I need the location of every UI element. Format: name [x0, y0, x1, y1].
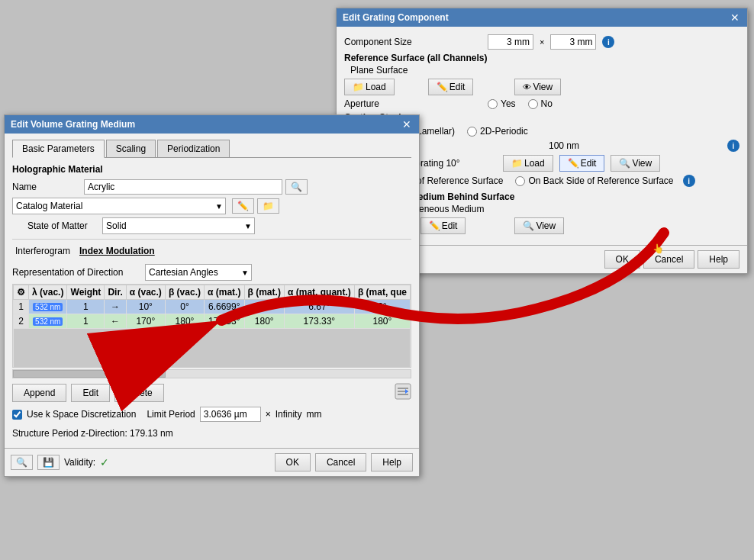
- volume-search-button[interactable]: 🔍: [11, 455, 33, 470]
- volume-tabs: Basic Parameters Scaling Periodization: [12, 140, 411, 158]
- aperture-no-option[interactable]: No: [528, 98, 553, 109]
- grating-2d-radio[interactable]: [467, 127, 477, 137]
- view-angular-button[interactable]: 🔍 View: [611, 155, 660, 172]
- structure-period-label: Structure Period z-Direction:: [12, 428, 127, 439]
- state-dropdown[interactable]: Solid: [102, 217, 255, 234]
- view-homogeneous-button[interactable]: 🔍 View: [514, 217, 564, 234]
- load-angular-button[interactable]: 📁 Load: [503, 155, 553, 172]
- row2-alpha-vac: 170°: [126, 314, 165, 329]
- row2-num: 2: [14, 314, 29, 329]
- import-icon: [395, 383, 411, 402]
- volume-titlebar: Edit Volume Grating Medium ✕: [5, 115, 419, 134]
- subtab-interferogram[interactable]: Interferogram: [12, 244, 73, 258]
- col-alpha-vac: α (vac.): [126, 285, 165, 300]
- component-size-info-icon[interactable]: i: [602, 36, 614, 48]
- eye-icon: 👁: [523, 82, 531, 92]
- back-side-option[interactable]: On Back Side of Reference Surface: [515, 175, 673, 186]
- grating-titlebar: Edit Grating Component ✕: [337, 8, 747, 27]
- edit-button[interactable]: Edit: [71, 384, 110, 402]
- aperture-no-radio[interactable]: [528, 99, 538, 109]
- col-alpha-mat: α (mat.): [205, 285, 244, 300]
- tab-periodization[interactable]: Periodization: [157, 140, 230, 157]
- folder-icon: 📁: [353, 82, 364, 92]
- col-lambda: λ (vac.): [29, 285, 67, 300]
- col-beta-mat: β (mat.): [244, 285, 284, 300]
- aperture-yes-radio[interactable]: [488, 99, 498, 109]
- sub-tabs: Interferogram Index Modulation: [12, 244, 411, 258]
- aperture-yes-option[interactable]: Yes: [488, 98, 516, 109]
- pencil-icon: ✏️: [437, 82, 448, 92]
- aperture-label: Aperture: [344, 98, 482, 109]
- volume-save-button[interactable]: 💾: [37, 455, 60, 470]
- tab-scaling[interactable]: Scaling: [106, 140, 156, 157]
- row2-dir: ←: [105, 314, 126, 329]
- structure-period-row: Structure Period z-Direction: 179.13 nm: [12, 425, 411, 442]
- name-search-button[interactable]: 🔍: [285, 179, 308, 195]
- row1-num: 1: [14, 300, 29, 314]
- name-input[interactable]: [84, 179, 282, 195]
- grating-period-info-icon[interactable]: i: [727, 140, 740, 152]
- edit-homogeneous-button[interactable]: ✏️ Edit: [420, 217, 466, 234]
- reference-surface-section: Reference Surface (all Channels) Plane S…: [344, 53, 740, 95]
- pencil3-icon: ✏️: [429, 220, 440, 231]
- volume-close-button[interactable]: ✕: [401, 118, 413, 130]
- aperture-yes-label: Yes: [501, 98, 516, 109]
- row1-beta-mat: 0°: [244, 300, 284, 314]
- catalog-material-dropdown[interactable]: Catalog Material: [12, 198, 226, 214]
- interferogram-table-container: ⚙ λ (vac.) Weight Dir. α (vac.) β (vac.)…: [12, 284, 411, 368]
- row1-alpha-vac: 10°: [126, 300, 165, 314]
- volume-dialog: Edit Volume Grating Medium ✕ Basic Param…: [4, 114, 420, 477]
- grating-cancel-button[interactable]: Cancel: [643, 250, 694, 269]
- k-space-checkbox[interactable]: [12, 410, 22, 420]
- aperture-row: Aperture Yes No: [344, 98, 740, 109]
- limit-period-input[interactable]: [200, 407, 261, 422]
- grating-2d-option[interactable]: 2D-Periodic: [467, 126, 528, 137]
- grating-2d-label: 2D-Periodic: [480, 126, 528, 137]
- col-beta-mat-q: β (mat, que: [354, 285, 410, 300]
- edit-reference-button[interactable]: ✏️ Edit: [428, 79, 474, 95]
- representation-dropdown[interactable]: Cartesian Angles: [145, 264, 252, 281]
- component-size-h-input[interactable]: [550, 34, 596, 50]
- catalog-row: Catalog Material ▼ ✏️ 📁: [12, 198, 411, 214]
- volume-ok-button[interactable]: OK: [275, 453, 311, 471]
- grating-help-button[interactable]: Help: [698, 250, 740, 269]
- representation-label: Representation of Direction: [12, 267, 142, 278]
- component-size-row: Component Size × i: [344, 34, 740, 50]
- catalog-folder-button[interactable]: 📁: [257, 198, 279, 214]
- interferogram-table: ⚙ λ (vac.) Weight Dir. α (vac.) β (vac.)…: [13, 285, 411, 368]
- edit-angular-button[interactable]: ✏️ Edit: [559, 155, 605, 172]
- component-size-label: Component Size: [344, 37, 482, 47]
- infinity-unit: mm: [306, 409, 321, 420]
- table-hscroll[interactable]: [12, 369, 411, 378]
- subtab-index-modulation[interactable]: Index Modulation: [76, 244, 158, 258]
- volume-help-button[interactable]: Help: [371, 453, 413, 471]
- pencil2-icon: ✏️: [568, 158, 579, 169]
- side-info-icon[interactable]: i: [683, 175, 695, 187]
- col-gear: ⚙: [14, 285, 29, 300]
- limit-period-label: Limit Period: [147, 409, 195, 420]
- col-beta-vac: β (vac.): [165, 285, 204, 300]
- grating-close-button[interactable]: ✕: [729, 11, 741, 24]
- load-reference-button[interactable]: 📁 Load: [344, 79, 395, 95]
- catalog-edit-button[interactable]: ✏️: [232, 198, 254, 214]
- plane-surface-text: Plane Surface: [350, 65, 740, 76]
- delete-button[interactable]: Delete: [114, 384, 164, 402]
- holographic-material-label: Holographic Material: [12, 164, 411, 175]
- table-row[interactable]: 2 532 nm 1 ← 170° 180° 173.33° 180° 173.…: [14, 314, 411, 329]
- volume-cancel-button[interactable]: Cancel: [315, 453, 366, 471]
- tab-basic-parameters[interactable]: Basic Parameters: [12, 140, 105, 158]
- representation-row: Representation of Direction Cartesian An…: [12, 264, 411, 281]
- reference-surface-label: Reference Surface (all Channels): [344, 53, 740, 63]
- view-reference-button[interactable]: 👁 View: [514, 79, 561, 95]
- row2-beta-mat: 180°: [244, 314, 284, 329]
- col-weight: Weight: [67, 285, 105, 300]
- grating-ok-button[interactable]: OK: [604, 250, 640, 269]
- table-row[interactable]: 1 532 nm 1 → 10° 0° 6.6699° 0° 6.67° 0°: [14, 300, 411, 314]
- component-size-w-input[interactable]: [488, 34, 533, 50]
- limit-x-symbol: ×: [266, 409, 271, 420]
- k-space-row: Use k Space Discretization Limit Period …: [12, 407, 411, 422]
- append-button[interactable]: Append: [12, 384, 66, 402]
- row2-beta-mat-q: 180°: [354, 314, 410, 329]
- back-side-radio[interactable]: [515, 176, 525, 186]
- col-dir: Dir.: [105, 285, 126, 300]
